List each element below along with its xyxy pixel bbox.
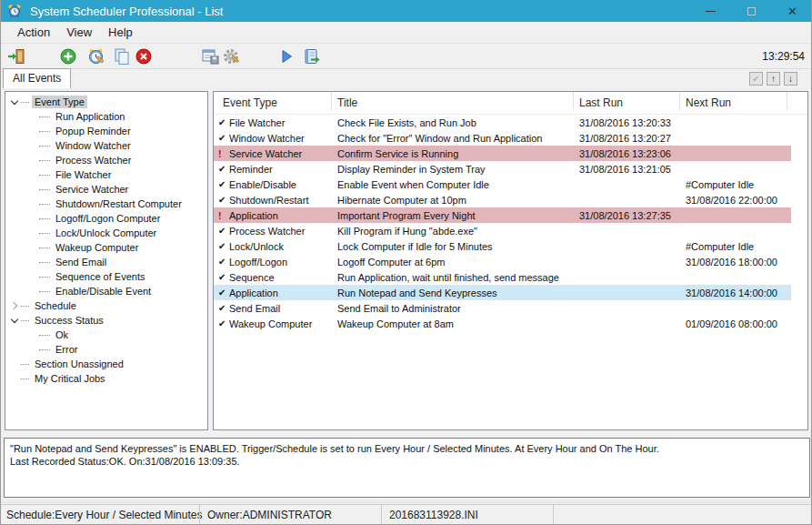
- move-up-button[interactable]: ↑: [767, 72, 780, 86]
- tree-item-label: Enable/Disable Event: [53, 285, 154, 298]
- status-separator: [553, 505, 554, 525]
- cell-title: Logoff Computer at 6pm: [332, 257, 574, 268]
- cell-last-run: 31/08/2016 13:20:27: [574, 133, 680, 144]
- tree-item[interactable]: My Critical Jobs: [5, 371, 207, 386]
- event-row[interactable]: ✔ Reminder Display Reminder in System Tr…: [214, 161, 791, 177]
- tree-chevron-icon[interactable]: [11, 375, 18, 382]
- cell-event-type: Reminder: [229, 164, 332, 175]
- event-row[interactable]: ! Application Important Program Every Ni…: [214, 207, 791, 223]
- tree-item[interactable]: Enable/Disable Event: [5, 284, 207, 298]
- cell-last-run: 31/08/2016 13:23:06: [574, 148, 680, 159]
- tree-connector: [39, 160, 50, 161]
- tree-chevron-icon[interactable]: [11, 98, 18, 106]
- menu-help[interactable]: Help: [100, 23, 141, 42]
- tree-item-label: Send Email: [53, 256, 109, 268]
- event-detail-panel: "Run Notepad and Send Keypresses" is ENA…: [4, 438, 810, 498]
- check-icon: ✔: [752, 74, 759, 84]
- status-marker-icon: ✔: [214, 272, 229, 282]
- run-icon[interactable]: [277, 47, 296, 66]
- tree-item[interactable]: Popup Reminder: [5, 124, 207, 138]
- tree-item[interactable]: Section Unassigned: [5, 357, 207, 371]
- tree-item[interactable]: Run Application: [5, 109, 207, 124]
- toolbar: 13:29:54: [1, 43, 811, 69]
- tree-item-label: Sequence of Events: [53, 270, 147, 283]
- cell-next-run: 31/08/2016 22:00:00: [680, 195, 791, 206]
- minimize-button[interactable]: [690, 0, 731, 22]
- cell-event-type: Lock/Unlock: [229, 241, 332, 252]
- main-area: Event Type Run Application Popup Reminde…: [1, 88, 812, 435]
- tree-item-label: Logoff/Logon Computer: [53, 212, 163, 225]
- column-header-title[interactable]: Title: [332, 92, 574, 111]
- options-icon[interactable]: [223, 47, 241, 66]
- event-row[interactable]: ✔ File Watcher Check File Exists, and Ru…: [214, 115, 791, 130]
- tree-item[interactable]: Lock/Unlock Computer: [5, 226, 207, 240]
- column-header-next-run[interactable]: Next Run: [680, 92, 787, 111]
- menu-view[interactable]: View: [58, 23, 100, 42]
- event-row[interactable]: ✔ Send Email Send Email to Administrator: [214, 300, 791, 316]
- tree-item[interactable]: Ok: [5, 328, 207, 342]
- tree-item-label: Popup Reminder: [53, 125, 134, 137]
- cell-title: Wakeup Computer at 8am: [332, 318, 574, 329]
- apply-check-button[interactable]: ✔: [749, 72, 763, 86]
- app-alarm-clock-icon[interactable]: [7, 4, 22, 18]
- tree-connector: [39, 349, 50, 350]
- cell-event-type: Wakeup Computer: [229, 318, 332, 329]
- column-header-event-type[interactable]: Event Type: [214, 92, 332, 111]
- event-row[interactable]: ! Service Watcher Confirm Service is Run…: [214, 146, 791, 161]
- status-marker-icon: ✔: [214, 179, 229, 189]
- tree-item[interactable]: Schedule: [5, 298, 207, 313]
- event-row[interactable]: ✔ Lock/Unlock Lock Computer if Idle for …: [214, 238, 791, 254]
- column-header-last-run[interactable]: Last Run: [574, 92, 680, 111]
- tree-item[interactable]: Event Type: [5, 95, 207, 109]
- event-row[interactable]: ✔ Application Run Notepad and Send Keypr…: [214, 285, 791, 300]
- event-list: Event Type Title Last Run Next Run ✔ Fil…: [213, 91, 808, 430]
- tree-chevron-icon[interactable]: [11, 317, 18, 324]
- close-button[interactable]: ✕: [772, 0, 812, 22]
- event-row[interactable]: ✔ Process Watcher Kill Program if Hung "…: [214, 223, 791, 238]
- tree-item[interactable]: Window Watcher: [5, 138, 207, 153]
- list-header: Event Type Title Last Run Next Run: [214, 92, 807, 115]
- cell-title: Display Reminder in System Tray: [332, 164, 574, 175]
- event-row[interactable]: ✔ Wakeup Computer Wakeup Computer at 8am…: [214, 316, 791, 331]
- event-log-icon[interactable]: [201, 47, 219, 66]
- run-now-icon[interactable]: [303, 47, 321, 66]
- event-row[interactable]: ✔ Enable/Disable Enable Event when Compu…: [214, 177, 791, 192]
- tree-chevron-icon[interactable]: [11, 360, 18, 368]
- delete-event-icon[interactable]: [135, 47, 153, 66]
- tree-item[interactable]: Send Email: [5, 255, 207, 269]
- exit-icon[interactable]: [7, 47, 25, 66]
- edit-event-icon[interactable]: [87, 47, 105, 66]
- maximize-icon: [747, 7, 756, 15]
- tree-item[interactable]: Error: [5, 342, 207, 357]
- new-event-icon[interactable]: [59, 47, 77, 66]
- cell-event-type: Sequence: [229, 272, 332, 283]
- cell-last-run: 31/08/2016 13:20:33: [574, 117, 680, 128]
- tree-chevron-icon[interactable]: [11, 302, 18, 309]
- copy-event-icon[interactable]: [113, 47, 131, 66]
- tab-all-events[interactable]: All Events: [3, 68, 71, 88]
- status-marker-icon: !: [214, 210, 229, 221]
- tree-item[interactable]: Logoff/Logon Computer: [5, 211, 207, 226]
- cell-title: Important Program Every Night: [332, 210, 574, 221]
- clock-display: 13:29:54: [762, 50, 805, 63]
- tree-item[interactable]: File Watcher: [5, 167, 207, 182]
- menu-action[interactable]: Action: [9, 23, 58, 42]
- arrow-up-icon: ↑: [771, 74, 776, 84]
- maximize-button[interactable]: [731, 0, 772, 22]
- tree-item[interactable]: Wakeup Computer: [5, 240, 207, 255]
- status-schedule: Schedule:Every Hour / Selected Minutes: [6, 509, 202, 521]
- event-row[interactable]: ✔ Sequence Run Application, wait until f…: [214, 269, 791, 285]
- event-row[interactable]: ✔ Shutdown/Restart Hibernate Computer at…: [214, 192, 791, 207]
- move-down-button[interactable]: ↓: [784, 72, 797, 86]
- event-row[interactable]: ✔ Logoff/Logon Logoff Computer at 6pm 31…: [214, 254, 791, 269]
- tree-item[interactable]: Shutdown/Restart Computer: [5, 197, 207, 211]
- tree-item[interactable]: Service Watcher: [5, 182, 207, 197]
- cell-event-type: Service Watcher: [229, 148, 332, 159]
- cell-title: Send Email to Administrator: [332, 303, 574, 314]
- tree-item[interactable]: Sequence of Events: [5, 269, 207, 284]
- status-marker-icon: ✔: [214, 195, 229, 205]
- tree-item[interactable]: Process Watcher: [5, 153, 207, 167]
- event-row[interactable]: ✔ Window Watcher Check for "Error" Windo…: [214, 130, 791, 146]
- status-ini-file: 201683113928.INI: [389, 509, 478, 521]
- tree-item[interactable]: Success Status: [5, 313, 207, 328]
